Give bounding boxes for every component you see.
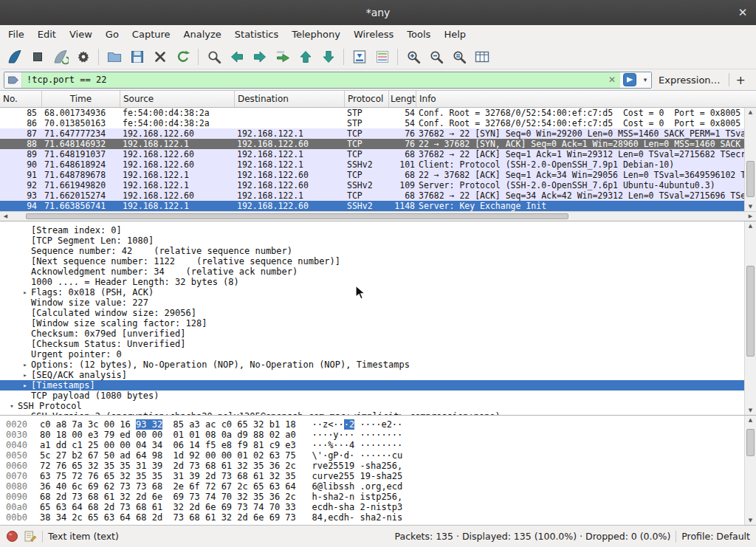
detail-line-11[interactable]: [Checksum Status: Unverified]: [0, 339, 756, 349]
go-back-button[interactable]: [225, 47, 248, 67]
find-packet-button[interactable]: [202, 47, 225, 67]
hex-scroll-down-icon[interactable]: ▼: [745, 516, 756, 525]
detail-line-15[interactable]: ▸[Timestamps]: [0, 380, 756, 391]
packet-list-pane[interactable]: 8568.001734936fe:54:00:d4:38:2aSTP54Conf…: [0, 108, 756, 211]
packet-row-86[interactable]: 8670.013850163fe:54:00:d4:38:2aSTP54Conf…: [0, 118, 756, 128]
filter-dropdown-caret[interactable]: ▾: [639, 72, 651, 88]
details-scroll-thumb[interactable]: [746, 266, 755, 357]
detail-line-12[interactable]: Urgent pointer: 0: [0, 349, 756, 359]
auto-scroll-button[interactable]: [348, 47, 371, 67]
hex-row-00a0[interactable]: 00a065 63 64 68 2d 73 68 61 32 2d 6e 69 …: [6, 502, 756, 512]
close-file-button[interactable]: [148, 47, 171, 67]
zoom-in-button[interactable]: [402, 47, 425, 67]
packet-row-87[interactable]: 8771.647777234192.168.122.60192.168.122.…: [0, 128, 756, 139]
scroll-right-arrow-icon[interactable]: ▶: [745, 212, 756, 221]
expert-info-icon[interactable]: [6, 530, 18, 543]
detail-line-10[interactable]: Checksum: 0x79ed [unverified]: [0, 328, 756, 339]
display-filter-field[interactable]: !tcp.port == 22 ✕ ▾: [4, 72, 652, 89]
packet-row-90[interactable]: 9071.648618924192.168.122.60192.168.122.…: [0, 159, 756, 170]
detail-line-14[interactable]: ▸[SEQ/ACK analysis]: [0, 370, 756, 380]
detail-line-17[interactable]: ▾SSH Protocol: [0, 401, 756, 411]
go-to-packet-button[interactable]: [271, 47, 294, 67]
hex-scroll-up-icon[interactable]: ▲: [745, 416, 756, 424]
hex-row-0070[interactable]: 007063 75 72 76 65 32 35 35 31 39 2d 73 …: [6, 471, 756, 481]
filter-add-button[interactable]: +: [731, 73, 752, 87]
packet-row-89[interactable]: 8971.648191037192.168.122.60192.168.122.…: [0, 149, 756, 159]
expander-icon[interactable]: ▸: [19, 370, 31, 380]
stop-capture-button[interactable]: [26, 47, 49, 67]
column-header-source[interactable]: Source: [120, 91, 235, 107]
expander-icon[interactable]: ▾: [6, 401, 18, 411]
detail-line-5[interactable]: 1000 .... = Header Length: 32 bytes (8): [0, 277, 756, 287]
packet-list-scroll-track[interactable]: [746, 117, 755, 202]
detail-line-1[interactable]: [TCP Segment Len: 1080]: [0, 235, 756, 246]
hex-scroll-thumb[interactable]: [746, 429, 755, 456]
capture-options-button[interactable]: [72, 47, 94, 67]
colorize-packets-button[interactable]: [371, 47, 394, 67]
detail-line-0[interactable]: [Stream index: 0]: [0, 225, 756, 235]
column-header-time[interactable]: Time: [42, 91, 120, 107]
expander-icon[interactable]: ▸: [19, 359, 31, 370]
packet-row-88[interactable]: 8871.648146932192.168.122.1192.168.122.6…: [0, 139, 756, 149]
packet-row-94[interactable]: 9471.663856741192.168.122.1192.168.122.6…: [0, 201, 756, 211]
save-file-button[interactable]: [126, 47, 148, 67]
packet-row-93[interactable]: 9371.662015274192.168.122.60192.168.122.…: [0, 190, 756, 201]
zoom-original-button[interactable]: [447, 47, 470, 67]
go-forward-button[interactable]: [248, 47, 271, 67]
display-filter-input[interactable]: !tcp.port == 22: [22, 72, 604, 88]
hex-row-0030[interactable]: 003080 18 00 e3 79 ed 00 00 01 01 08 0a …: [6, 430, 756, 440]
open-file-button[interactable]: [103, 47, 126, 67]
packet-list-scroll-thumb[interactable]: [746, 161, 755, 197]
details-scroll-up-icon[interactable]: ▲: [745, 221, 756, 230]
resize-columns-button[interactable]: [470, 47, 493, 67]
profile-status[interactable]: Profile: Default: [681, 531, 750, 542]
menu-help[interactable]: Help: [437, 25, 472, 44]
menu-view[interactable]: View: [63, 25, 99, 44]
menu-statistics[interactable]: Statistics: [228, 25, 285, 44]
menu-file[interactable]: File: [1, 25, 31, 44]
go-last-button[interactable]: [317, 47, 340, 67]
restart-capture-button[interactable]: [49, 47, 72, 67]
detail-line-13[interactable]: ▸Options: (12 bytes), No-Operation (NOP)…: [0, 359, 756, 370]
hex-row-0090[interactable]: 009068 2d 73 68 61 32 2d 6e 69 73 74 70 …: [6, 492, 756, 502]
details-scroll-track[interactable]: [746, 230, 755, 406]
expression-button[interactable]: Expression…: [652, 75, 727, 86]
detail-line-16[interactable]: TCP payload (1080 bytes): [0, 391, 756, 401]
detail-line-9[interactable]: [Window size scaling factor: 128]: [0, 318, 756, 328]
zoom-out-button[interactable]: [425, 47, 447, 67]
hex-row-00b0[interactable]: 00b038 34 2c 65 63 64 68 2d 73 68 61 32 …: [6, 512, 756, 523]
packet-row-92[interactable]: 9271.661949820192.168.122.1192.168.122.6…: [0, 180, 756, 190]
packet-row-91[interactable]: 9171.648789678192.168.122.1192.168.122.6…: [0, 170, 756, 180]
menu-tools[interactable]: Tools: [400, 25, 437, 44]
hex-scrollbar[interactable]: ▲ ▼: [744, 416, 756, 525]
detail-line-8[interactable]: [Calculated window size: 29056]: [0, 308, 756, 318]
expander-icon[interactable]: ▸: [19, 411, 31, 415]
hex-dump-pane[interactable]: 0020c0 a8 7a 3c 00 16 93 32 85 a3 ac c0 …: [0, 415, 756, 525]
menu-analyze[interactable]: Analyze: [177, 25, 228, 44]
capture-comment-icon[interactable]: [24, 530, 37, 543]
horizontal-scroll-thumb[interactable]: [26, 213, 569, 219]
menu-telephony[interactable]: Telephony: [285, 25, 347, 44]
packet-details-pane[interactable]: [Stream index: 0][TCP Segment Len: 1080]…: [0, 221, 756, 415]
scroll-down-arrow-icon[interactable]: ▼: [745, 202, 756, 211]
hex-scroll-track[interactable]: [746, 424, 755, 516]
menu-go[interactable]: Go: [99, 25, 126, 44]
expander-icon[interactable]: ▸: [19, 287, 31, 297]
hex-row-0050[interactable]: 00505c 27 b2 67 50 ad 64 98 1d 92 00 00 …: [6, 450, 756, 461]
close-window-button[interactable]: ✕: [729, 6, 756, 19]
reload-file-button[interactable]: [171, 47, 194, 67]
hex-row-0040[interactable]: 0040a1 dd c1 25 00 00 04 34 06 14 f5 e8 …: [6, 440, 756, 450]
hex-row-0020[interactable]: 0020c0 a8 7a 3c 00 16 93 32 85 a3 ac c0 …: [6, 419, 756, 430]
titlebar[interactable]: *any ✕: [0, 0, 756, 25]
horizontal-scroll-track[interactable]: [11, 213, 745, 219]
scroll-up-arrow-icon[interactable]: ▲: [745, 108, 756, 117]
column-header-length[interactable]: Length: [389, 91, 416, 107]
column-header-no[interactable]: No.: [0, 91, 42, 107]
filter-apply-button[interactable]: [620, 72, 639, 88]
start-capture-button[interactable]: [3, 47, 26, 67]
hex-row-0060[interactable]: 006072 76 65 32 35 35 31 39 2d 73 68 61 …: [6, 461, 756, 471]
column-header-destination[interactable]: Destination: [235, 91, 345, 107]
detail-line-2[interactable]: Sequence number: 42 (relative sequence n…: [0, 246, 756, 256]
menu-edit[interactable]: Edit: [31, 25, 63, 44]
packet-row-85[interactable]: 8568.001734936fe:54:00:d4:38:2aSTP54Conf…: [0, 108, 756, 118]
